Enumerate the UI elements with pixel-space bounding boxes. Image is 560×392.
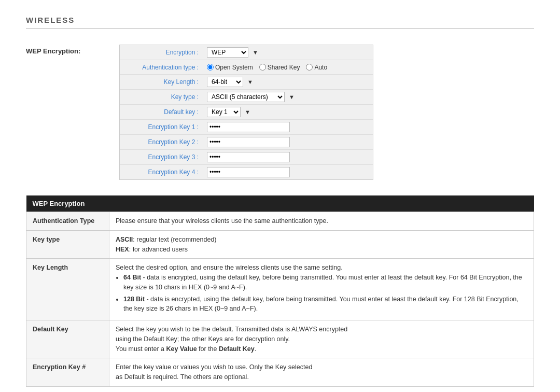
key-length-select[interactable]: 64-bit 128-bit: [207, 77, 243, 87]
value-enc-key2: [203, 135, 373, 149]
form-row-enc-key2: Encryption Key 2 :: [120, 135, 373, 150]
top-divider: [26, 29, 534, 29]
value-enc-key4: [203, 165, 373, 179]
form-row-key-type: Key type : ASCII (5 characters) HEX (10 …: [120, 90, 373, 105]
table-row: Key Length Select the desired option, an…: [26, 259, 534, 320]
value-auth-type: Open System Shared Key Auto: [203, 62, 373, 73]
term-key-type: Key type: [26, 230, 109, 259]
form-row-enc-key1: Encryption Key 1 :: [120, 120, 373, 135]
label-default-key: Default key :: [120, 106, 203, 118]
table-row: Encryption Key # Enter the key value or …: [26, 358, 534, 387]
default-key-select[interactable]: Key 1 Key 2 Key 3 Key 4: [207, 107, 241, 117]
label-enc-key1: Encryption Key 1 :: [120, 121, 203, 133]
desc-key-type: ASCII: regular text (recommended) HEX: f…: [109, 230, 534, 259]
term-enc-key-num: Encryption Key #: [26, 358, 109, 387]
table-row: Authentication Type Please ensure that y…: [26, 212, 534, 231]
radio-auto[interactable]: Auto: [306, 64, 327, 71]
default-key-bold: Default Key: [219, 345, 255, 353]
label-encryption: Encryption :: [120, 46, 203, 59]
value-encryption: WEP WPA WPA2 None ▼: [203, 45, 373, 60]
wep-section: WEP Encryption: Encryption : WEP WPA WPA…: [26, 45, 534, 180]
term-default-key: Default Key: [26, 320, 109, 358]
page-title: WIRELESS: [26, 16, 534, 24]
value-enc-key3: [203, 150, 373, 164]
hex-label: HEX: [116, 246, 129, 253]
label-key-length: Key Length :: [120, 76, 203, 88]
value-default-key: Key 1 Key 2 Key 3 Key 4 ▼: [203, 105, 373, 119]
key-length-list: 64 Bit - data is encrypted, using the de…: [123, 273, 527, 314]
enc-key3-input[interactable]: [207, 152, 290, 162]
enc-key4-input[interactable]: [207, 167, 290, 177]
table-row: Key type ASCII: regular text (recommende…: [26, 230, 534, 259]
list-item-128bit: 128 Bit - data is encrypted, using the d…: [123, 295, 527, 314]
form-row-encryption: Encryption : WEP WPA WPA2 None ▼: [120, 45, 373, 60]
encryption-select[interactable]: WEP WPA WPA2 None: [207, 47, 248, 58]
desc-enc-key-num: Enter the key value or values you wish t…: [109, 358, 534, 387]
list-item-64bit: 64 Bit - data is encrypted, using the de…: [123, 273, 527, 292]
form-row-default-key: Default key : Key 1 Key 2 Key 3 Key 4 ▼: [120, 105, 373, 120]
label-key-type: Key type :: [120, 91, 203, 103]
info-table: WEP Encryption Authentication Type Pleas…: [26, 195, 534, 387]
key-value-bold: Key Value: [166, 345, 197, 353]
table-row: Default Key Select the key you wish to b…: [26, 320, 534, 358]
value-key-type: ASCII (5 characters) HEX (10 characters)…: [203, 90, 373, 104]
term-key-length: Key Length: [26, 259, 109, 320]
table-header: WEP Encryption: [26, 195, 534, 212]
label-enc-key3: Encryption Key 3 :: [120, 151, 203, 163]
radio-open-system[interactable]: Open System: [207, 64, 253, 71]
label-enc-key4: Encryption Key 4 :: [120, 166, 203, 178]
label-enc-key2: Encryption Key 2 :: [120, 136, 203, 148]
desc-auth-type: Please ensure that your wireless clients…: [109, 212, 534, 231]
form-row-enc-key4: Encryption Key 4 :: [120, 165, 373, 179]
auth-radio-group: Open System Shared Key Auto: [207, 64, 327, 71]
radio-shared-key[interactable]: Shared Key: [259, 64, 300, 71]
enc-key2-input[interactable]: [207, 137, 290, 147]
form-row-auth-type: Authentication type : Open System Shared…: [120, 60, 373, 75]
key-type-select[interactable]: ASCII (5 characters) HEX (10 characters): [207, 92, 285, 102]
term-auth-type: Authentication Type: [26, 212, 109, 231]
value-enc-key1: [203, 120, 373, 134]
ascii-label: ASCII: [116, 236, 133, 243]
wep-encryption-label: WEP Encryption:: [26, 45, 119, 55]
form-row-enc-key3: Encryption Key 3 :: [120, 150, 373, 165]
value-key-length: 64-bit 128-bit ▼: [203, 75, 373, 89]
desc-default-key: Select the key you wish to be the defaul…: [109, 320, 534, 358]
desc-key-length: Select the desired option, and ensure th…: [109, 259, 534, 320]
wep-form-box: Encryption : WEP WPA WPA2 None ▼ Authent…: [119, 45, 373, 180]
label-auth-type: Authentication type :: [120, 61, 203, 74]
enc-key1-input[interactable]: [207, 122, 290, 132]
form-row-key-length: Key Length : 64-bit 128-bit ▼: [120, 75, 373, 90]
